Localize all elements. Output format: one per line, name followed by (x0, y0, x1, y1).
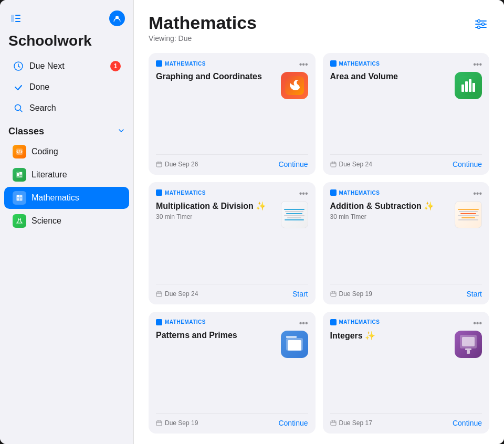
card-mult-info: Multiplication & Division ✨ 30 min Timer (156, 201, 281, 220)
card-add-subtitle: 30 min Timer (330, 213, 455, 220)
card-graphing-action[interactable]: Continue (278, 160, 308, 168)
svg-rect-9 (17, 173, 19, 176)
search-nav-icon (13, 102, 24, 114)
card-int-action[interactable]: Continue (453, 419, 482, 427)
card-mult-action[interactable]: Start (292, 290, 308, 298)
svg-rect-34 (465, 81, 468, 92)
card-int-menu-button[interactable]: ••• (473, 319, 482, 327)
svg-rect-0 (11, 15, 14, 22)
svg-point-6 (15, 105, 21, 111)
coding-label: Coding (32, 147, 58, 156)
card-graphing-category: MATHEMATICS (156, 60, 206, 67)
card-pat-title: Patterns and Primes (156, 331, 276, 340)
card-mult-category: MATHEMATICS (156, 189, 206, 196)
svg-rect-16 (17, 198, 19, 200)
card-area-category: MATHEMATICS (330, 60, 380, 67)
svg-rect-35 (469, 79, 471, 92)
svg-rect-36 (472, 83, 475, 92)
card-pat-category-text: MATHEMATICS (165, 319, 206, 325)
sidebar-item-science[interactable]: Science (4, 210, 129, 232)
svg-rect-10 (19, 172, 22, 174)
sidebar-item-coding[interactable]: Coding (4, 141, 129, 163)
due-next-label: Due Next (29, 61, 65, 71)
svg-rect-54 (288, 340, 301, 351)
main-header: Mathematics Viewing: Due (134, 0, 504, 47)
card-graphing-top: MATHEMATICS ••• (156, 60, 308, 69)
svg-rect-42 (156, 292, 162, 297)
classes-chevron-button[interactable] (118, 127, 125, 136)
sidebar-item-mathematics[interactable]: Mathematics (4, 187, 129, 209)
card-pat-info: Patterns and Primes (156, 331, 276, 342)
literature-icon (13, 168, 26, 182)
profile-button[interactable] (109, 10, 125, 26)
card-add-info: Addition & Subtraction ✨ 30 min Timer (330, 201, 455, 220)
svg-rect-11 (19, 174, 22, 175)
svg-rect-17 (20, 198, 22, 200)
card-int-category-text: MATHEMATICS (339, 319, 380, 325)
card-area-due: Due Sep 24 (330, 161, 372, 168)
card-pat-body: Patterns and Primes (156, 331, 308, 407)
card-area-top: MATHEMATICS ••• (330, 60, 482, 69)
card-mult-menu-button[interactable]: ••• (299, 189, 308, 198)
svg-rect-25 (157, 61, 161, 66)
app-title: Schoolwork (0, 28, 133, 56)
svg-rect-15 (20, 195, 22, 197)
card-area-info: Area and Volume (330, 72, 450, 83)
calendar-icon (156, 161, 162, 167)
svg-point-24 (478, 26, 480, 29)
svg-rect-66 (331, 421, 336, 426)
due-next-badge: 1 (110, 61, 121, 71)
card-add-top: MATHEMATICS ••• (330, 189, 482, 198)
svg-rect-1 (15, 15, 20, 16)
svg-rect-46 (331, 191, 335, 195)
calendar-icon-5 (156, 420, 162, 426)
nav-done[interactable]: Done (4, 77, 129, 97)
card-mult-subtitle: 30 min Timer (156, 213, 281, 220)
card-int-body: Integers ✨ (330, 331, 482, 407)
math-category-icon (156, 60, 162, 67)
svg-rect-37 (331, 162, 336, 167)
card-add-menu-button[interactable]: ••• (473, 189, 482, 198)
classes-section-header: Classes (0, 119, 133, 140)
checkmark-icon (13, 81, 24, 93)
card-mult-body: Multiplication & Division ✨ 30 min Timer (156, 201, 308, 277)
science-icon (13, 214, 26, 228)
science-label: Science (32, 216, 61, 226)
math-category-icon-3 (156, 189, 162, 196)
clock-icon (13, 60, 24, 72)
card-patterns: MATHEMATICS ••• Patterns and Primes (149, 312, 316, 434)
classes-title: Classes (8, 126, 44, 137)
sidebar-toggle-button[interactable] (8, 11, 23, 26)
svg-rect-64 (465, 348, 471, 350)
card-pat-menu-button[interactable]: ••• (299, 319, 308, 327)
card-graphing-menu-button[interactable]: ••• (299, 60, 308, 69)
svg-rect-55 (286, 336, 297, 338)
math-category-icon-5 (156, 319, 162, 325)
card-mult-footer: Due Sep 24 Start (156, 284, 308, 298)
math-category-icon-4 (330, 189, 337, 196)
card-area-menu-button[interactable]: ••• (473, 60, 482, 69)
nav-due-next[interactable]: Due Next 1 (4, 56, 129, 76)
sidebar: Schoolwork Due Next 1 Done (0, 0, 134, 444)
mult-thumbnail (281, 201, 308, 228)
swift-app-icon (281, 72, 308, 99)
card-integers: MATHEMATICS ••• Integers ✨ (323, 312, 490, 434)
card-area-action[interactable]: Continue (453, 160, 482, 168)
calendar-icon-3 (156, 291, 162, 297)
card-add-action[interactable]: Start (466, 290, 482, 298)
add-thumbnail (455, 201, 482, 228)
sidebar-item-literature[interactable]: Literature (4, 164, 129, 186)
coding-icon (13, 145, 26, 158)
card-pat-top: MATHEMATICS ••• (156, 319, 308, 327)
nav-search[interactable]: Search (4, 98, 129, 118)
mathematics-icon (13, 191, 26, 205)
card-addition: MATHEMATICS ••• Addition & Subtraction ✨… (323, 182, 490, 304)
filter-button[interactable] (472, 16, 489, 33)
svg-rect-31 (331, 61, 335, 66)
card-add-category: MATHEMATICS (330, 189, 380, 196)
card-graphing-title: Graphing and Coordinates (156, 72, 276, 81)
keynote-app-icon (455, 331, 482, 358)
card-pat-action[interactable]: Continue (278, 419, 308, 427)
card-add-title: Addition & Subtraction ✨ (330, 201, 455, 211)
card-add-due: Due Sep 19 (330, 290, 372, 298)
